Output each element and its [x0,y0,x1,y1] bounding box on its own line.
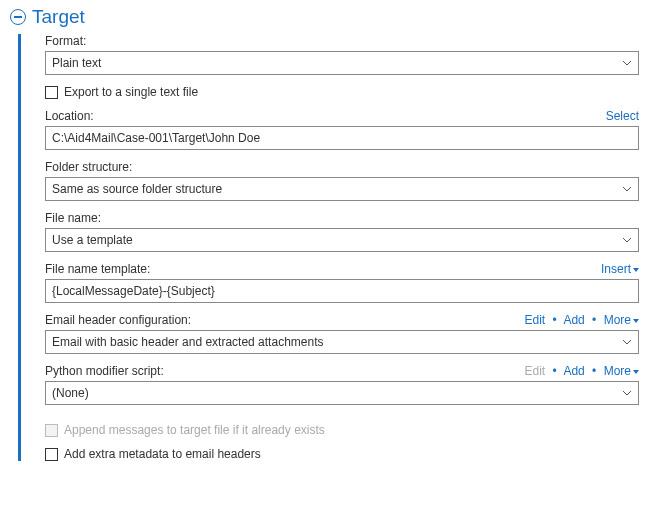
python-script-value: (None) [52,386,89,400]
folder-structure-value: Same as source folder structure [52,182,222,196]
format-select[interactable]: Plain text [45,51,639,75]
append-messages-label: Append messages to target file if it alr… [64,423,325,437]
add-metadata-checkbox[interactable] [45,448,58,461]
email-header-more-link[interactable]: More [604,313,639,327]
dropdown-caret-icon [633,370,639,374]
append-messages-checkbox [45,424,58,437]
file-name-template-label: File name template: [45,262,150,276]
email-header-config-select[interactable]: Email with basic header and extracted at… [45,330,639,354]
dropdown-caret-icon [633,268,639,272]
python-script-actions: Edit • Add • More [525,364,640,378]
email-header-config-actions: Edit • Add • More [525,313,640,327]
file-name-template-input[interactable] [45,279,639,303]
email-header-config-label: Email header configuration: [45,313,191,327]
email-header-config-value: Email with basic header and extracted at… [52,335,323,349]
location-input[interactable] [45,126,639,150]
format-value: Plain text [52,56,101,70]
collapse-toggle-icon[interactable] [10,9,26,25]
file-name-label: File name: [45,211,101,225]
file-name-template-insert-link[interactable]: Insert [601,262,639,276]
chevron-down-icon [622,390,632,396]
python-script-more-link[interactable]: More [604,364,639,378]
python-script-select[interactable]: (None) [45,381,639,405]
chevron-down-icon [622,339,632,345]
python-script-edit-link: Edit [525,364,546,378]
folder-structure-select[interactable]: Same as source folder structure [45,177,639,201]
file-name-value: Use a template [52,233,133,247]
dropdown-caret-icon [633,319,639,323]
add-metadata-label[interactable]: Add extra metadata to email headers [64,447,261,461]
location-select-link[interactable]: Select [606,109,639,123]
python-script-add-link[interactable]: Add [563,364,584,378]
email-header-edit-link[interactable]: Edit [525,313,546,327]
export-single-label[interactable]: Export to a single text file [64,85,198,99]
python-script-label: Python modifier script: [45,364,164,378]
file-name-select[interactable]: Use a template [45,228,639,252]
chevron-down-icon [622,186,632,192]
chevron-down-icon [622,60,632,66]
chevron-down-icon [622,237,632,243]
section-title: Target [32,6,85,28]
location-label: Location: [45,109,94,123]
export-single-checkbox[interactable] [45,86,58,99]
folder-structure-label: Folder structure: [45,160,132,174]
format-label: Format: [45,34,86,48]
target-panel: Format: Plain text Export to a single te… [18,34,639,461]
email-header-add-link[interactable]: Add [563,313,584,327]
